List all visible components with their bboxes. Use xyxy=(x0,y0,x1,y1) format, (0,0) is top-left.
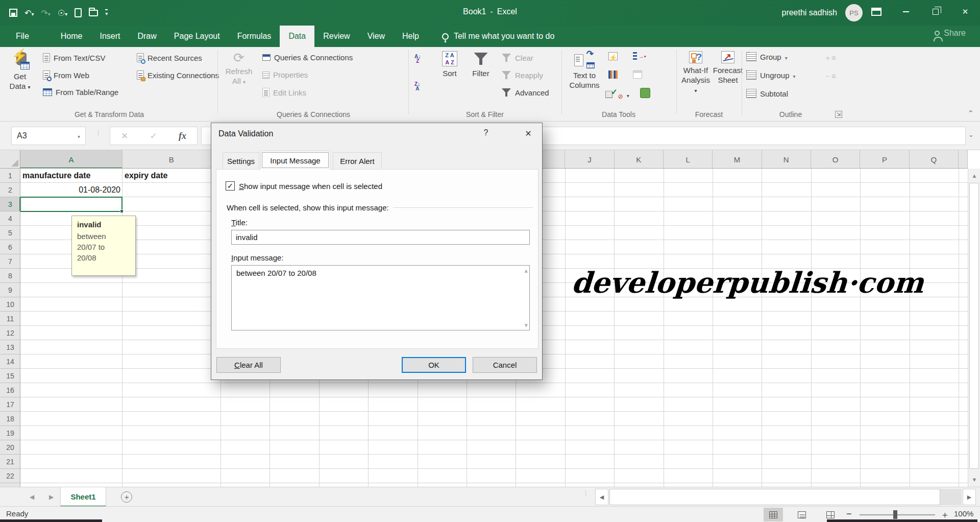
normal-view-button[interactable] xyxy=(764,508,783,521)
from-table-range-button[interactable]: From Table/Range xyxy=(43,88,118,97)
tab-review[interactable]: Review xyxy=(314,26,358,47)
dialog-tab-input-message[interactable]: Input Message xyxy=(260,151,330,170)
fill-handle[interactable] xyxy=(120,209,124,213)
row-header-8[interactable]: 8 xyxy=(0,269,20,283)
column-header-a[interactable]: A xyxy=(20,150,122,169)
row-header-18[interactable]: 18 xyxy=(0,412,20,426)
data-validation-button[interactable]: ✓ ⊘ xyxy=(605,89,629,100)
cell-a1[interactable]: manufacture date xyxy=(22,169,121,183)
queries-connections-button[interactable]: Queries & Connections xyxy=(262,53,353,62)
column-header-j[interactable]: J xyxy=(565,150,614,169)
scroll-down-icon[interactable]: ▼ xyxy=(968,472,980,487)
properties-button[interactable]: Properties xyxy=(262,70,308,79)
save-icon[interactable] xyxy=(9,9,17,17)
row-header-21[interactable]: 21 xyxy=(0,455,20,469)
cancel-button[interactable]: Cancel xyxy=(473,357,537,373)
show-detail-button[interactable]: ＋≡ xyxy=(824,53,836,63)
tab-page-layout[interactable]: Page Layout xyxy=(165,26,229,47)
sheet-nav-next-icon[interactable]: ▶ xyxy=(49,487,54,507)
relationships-button[interactable] xyxy=(633,70,642,79)
sort-button[interactable]: Z AA Z Sort xyxy=(435,51,464,78)
undo-button[interactable]: ↶ xyxy=(24,8,34,18)
avatar[interactable]: PS xyxy=(845,4,863,21)
group-button[interactable]: Group xyxy=(746,52,788,61)
row-header-2[interactable]: 2 xyxy=(0,183,20,197)
forecast-sheet-button[interactable]: Forecast Sheet xyxy=(714,51,742,85)
manage-data-model-button[interactable] xyxy=(640,88,650,98)
row-header-13[interactable]: 13 xyxy=(0,340,20,354)
cancel-entry-icon[interactable]: ✕ xyxy=(121,131,128,141)
row-header-20[interactable]: 20 xyxy=(0,440,20,455)
redo-button[interactable]: ↷ xyxy=(41,8,50,18)
zoom-level[interactable]: 100% xyxy=(954,509,973,518)
row-header-3[interactable]: 3 xyxy=(0,197,20,211)
hscroll-drag-dots[interactable]: ⋮ xyxy=(583,491,589,495)
close-button[interactable]: ✕ xyxy=(950,0,980,23)
tab-view[interactable]: View xyxy=(359,26,394,47)
sheet-nav-prev-icon[interactable]: ◀ xyxy=(30,487,34,507)
consolidate-button[interactable] xyxy=(608,70,618,79)
existing-connections-button[interactable]: Existing Connections xyxy=(137,70,219,80)
tab-draw[interactable]: Draw xyxy=(129,26,165,47)
sort-ascending-button[interactable]: A↓Z xyxy=(414,54,421,63)
cell-b1[interactable]: expiry date xyxy=(125,169,220,183)
dialog-close-button[interactable]: ✕ xyxy=(517,123,540,144)
edit-links-button[interactable]: Edit Links xyxy=(262,88,306,97)
get-data-button[interactable]: ⚡ Get Data xyxy=(5,51,35,92)
row-header-12[interactable]: 12 xyxy=(0,326,20,340)
zoom-slider[interactable] xyxy=(860,514,935,515)
formula-bar-expand-icon[interactable]: ⌄ xyxy=(968,131,974,138)
from-web-button[interactable]: From Web xyxy=(43,70,89,80)
row-header-19[interactable]: 19 xyxy=(0,426,20,440)
add-sheet-button[interactable]: ＋ xyxy=(121,491,132,503)
horizontal-scroll-thumb[interactable] xyxy=(609,489,940,505)
share-button[interactable]: Share xyxy=(935,29,966,38)
row-header-16[interactable]: 16 xyxy=(0,383,20,397)
dialog-tab-error-alert[interactable]: Error Alert xyxy=(333,152,382,170)
row-header-11[interactable]: 11 xyxy=(0,312,20,326)
hscroll-right-icon[interactable]: ▶ xyxy=(963,489,976,505)
touch-mode-button[interactable]: ☉ xyxy=(58,8,67,18)
ok-button[interactable]: OK xyxy=(402,357,466,373)
ribbon-display-options-button[interactable] xyxy=(862,0,891,23)
confirm-entry-icon[interactable]: ✓ xyxy=(150,131,157,141)
reapply-button[interactable]: Reapply xyxy=(501,70,543,80)
advanced-filter-button[interactable]: Advanced xyxy=(501,88,549,97)
selected-cell-a3[interactable] xyxy=(20,197,122,212)
scroll-up-icon[interactable]: ▲ xyxy=(968,169,980,183)
tab-data[interactable]: Data xyxy=(280,26,314,47)
column-header-partial[interactable] xyxy=(959,150,968,169)
new-file-icon[interactable] xyxy=(75,8,82,17)
row-header-14[interactable]: 14 xyxy=(0,354,20,369)
hscroll-left-icon[interactable]: ◀ xyxy=(595,489,608,505)
ungroup-button[interactable]: Ungroup xyxy=(746,70,796,80)
vertical-scrollbar[interactable]: ▲ ▼ xyxy=(968,169,980,487)
row-header-17[interactable]: 17 xyxy=(0,397,20,412)
row-header-6[interactable]: 6 xyxy=(0,240,20,254)
row-header-23[interactable]: 23 xyxy=(0,483,20,487)
textbox-scroll-up-icon[interactable]: ▴ xyxy=(524,267,528,274)
row-header-5[interactable]: 5 xyxy=(0,226,20,240)
row-header-15[interactable]: 15 xyxy=(0,369,20,383)
clear-filter-button[interactable]: Clear xyxy=(501,53,533,62)
hide-detail-button[interactable]: －≡ xyxy=(824,72,836,81)
recent-sources-button[interactable]: Recent Sources xyxy=(137,53,202,62)
column-header-o[interactable]: O xyxy=(811,150,860,169)
row-header-4[interactable]: 4 xyxy=(0,211,20,226)
column-header-n[interactable]: N xyxy=(762,150,811,169)
sort-descending-button[interactable]: Z↓A xyxy=(414,82,421,91)
page-layout-view-button[interactable] xyxy=(792,508,812,521)
title-field[interactable]: invalid xyxy=(231,230,530,245)
name-box[interactable]: A3 xyxy=(11,127,86,145)
tab-formulas[interactable]: Formulas xyxy=(229,26,280,47)
minimize-button[interactable] xyxy=(891,0,921,23)
collapse-ribbon-icon[interactable]: ⌃ xyxy=(967,109,974,118)
zoom-slider-thumb[interactable] xyxy=(893,510,897,519)
tab-insert[interactable]: Insert xyxy=(91,26,129,47)
column-header-m[interactable]: M xyxy=(713,150,762,169)
flash-fill-button[interactable]: ⚡ xyxy=(608,52,618,60)
show-input-message-checkbox[interactable]: ✓ xyxy=(226,181,235,191)
textbox-scroll-down-icon[interactable]: ▾ xyxy=(524,321,528,329)
input-message-field[interactable]: between 20/07 to 20/08 ▴ ▾ xyxy=(231,265,530,330)
filter-button[interactable]: Filter xyxy=(468,51,494,78)
